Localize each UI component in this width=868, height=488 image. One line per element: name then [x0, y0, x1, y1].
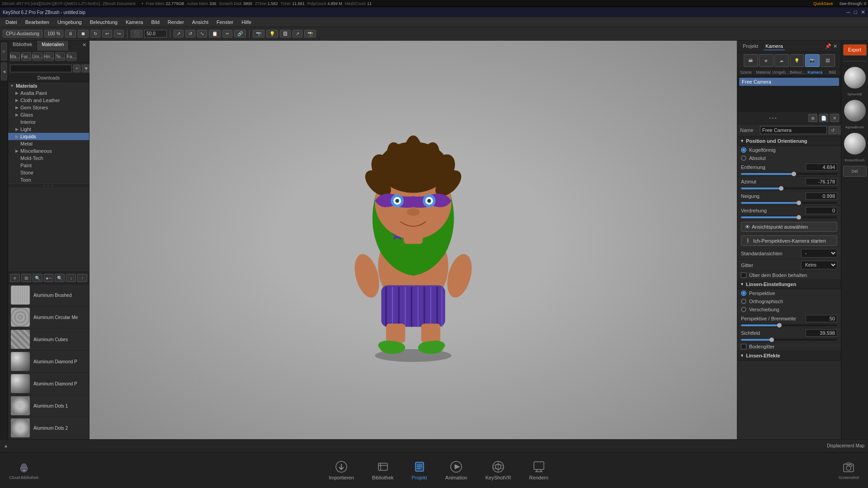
- screenshot-section[interactable]: Screenshot: [838, 461, 859, 480]
- slider-verdrehung[interactable]: [737, 216, 841, 220]
- section-position[interactable]: ▼ Position und Orientierung: [737, 136, 841, 146]
- tree-item-paint[interactable]: ▶ Paint: [8, 162, 89, 169]
- radio-absolut-circle[interactable]: [741, 155, 746, 161]
- camera-entry-0[interactable]: Free Camera: [739, 78, 839, 86]
- radio-kugelformig[interactable]: Kugelförmig: [737, 146, 841, 154]
- cam-name-reset-btn[interactable]: ↺: [829, 126, 837, 134]
- menu-beleuchtung[interactable]: Beleuchtung: [86, 19, 121, 26]
- camera-duplicate-btn[interactable]: 📄: [819, 114, 828, 122]
- thumb-size-slider[interactable]: ●─: [44, 274, 54, 282]
- panel-icon-um[interactable]: Um...: [33, 52, 42, 61]
- panel-icon-far[interactable]: Far...: [21, 52, 31, 61]
- screenshot-btn[interactable]: 📸: [304, 30, 316, 38]
- tree-item-light[interactable]: ▶ Light: [8, 126, 89, 133]
- radio-verschiebung-circle[interactable]: [741, 307, 746, 312]
- material-item-0[interactable]: Aluminum Brushed: [8, 284, 89, 306]
- pause-btn[interactable]: ⏸: [65, 30, 76, 38]
- thumb-grid-view[interactable]: ⊞: [21, 274, 31, 282]
- ansichtspunkt-btn[interactable]: 👁 Ansichtspunkt auswählen: [741, 222, 837, 232]
- camera-add-btn[interactable]: ⊕: [808, 114, 817, 122]
- panel-icon-hin[interactable]: Hin...: [44, 52, 54, 61]
- menu-ansicht[interactable]: Ansicht: [189, 19, 212, 26]
- tab-kamera[interactable]: Kamera: [764, 42, 785, 50]
- menu-render[interactable]: Render: [164, 19, 188, 26]
- tree-item-gem[interactable]: ▶ Gem Stones: [8, 104, 89, 111]
- section-effekte[interactable]: ▼ Linsen-Effekte: [737, 351, 841, 361]
- cam-btn[interactable]: 📷: [253, 30, 264, 38]
- alpha-brush-sphere[interactable]: [844, 100, 866, 122]
- rotate-btn[interactable]: ↺: [185, 30, 195, 38]
- thumb-import[interactable]: ↓: [66, 274, 76, 282]
- zoom-input[interactable]: [144, 30, 167, 38]
- menu-datei[interactable]: Datei: [2, 19, 21, 26]
- cam-tab-material[interactable]: ◈: [759, 54, 774, 67]
- export-btn-edge[interactable]: Export: [843, 44, 867, 56]
- export-btn[interactable]: ↗: [292, 30, 302, 38]
- link-btn[interactable]: 🔗: [234, 30, 246, 38]
- del-btn[interactable]: Del: [843, 166, 867, 177]
- param-neigung-input[interactable]: [806, 192, 837, 200]
- panel-icon-te[interactable]: Te...: [55, 52, 65, 61]
- cloud-library-btn[interactable]: ☁ Cloud-Bibliothek: [9, 461, 39, 480]
- cam-tab-umgeb[interactable]: ☁: [774, 54, 789, 67]
- slider-neigung[interactable]: [737, 202, 841, 206]
- section-linsen[interactable]: ▼ Linsen-Einstellungen: [737, 280, 841, 289]
- eraser-sphere[interactable]: [844, 133, 866, 155]
- viewport[interactable]: [90, 41, 737, 439]
- render-btn[interactable]: 🖼: [280, 30, 291, 38]
- slider-brennweite[interactable]: [737, 324, 841, 328]
- tree-item-cloth[interactable]: ▶ Cloth and Leather: [8, 97, 89, 104]
- camera-delete-btn[interactable]: ✕: [830, 114, 839, 122]
- radio-perspektive[interactable]: Perspektive: [737, 289, 841, 297]
- menu-kamera[interactable]: Kamera: [122, 19, 147, 26]
- gitter-select[interactable]: Keins: [801, 261, 837, 269]
- material-item-5[interactable]: Aluminum Dots 1: [8, 395, 89, 417]
- nav-rendern[interactable]: Rendern: [529, 460, 548, 480]
- thumb-list-view[interactable]: ≡: [10, 274, 20, 282]
- tree-item-metal[interactable]: ▶ Metal: [8, 140, 89, 147]
- bodengitter-checkbox[interactable]: [741, 344, 746, 349]
- refresh-btn[interactable]: ↻: [90, 30, 100, 38]
- cam-name-confirm-btn[interactable]: ✓: [838, 126, 841, 134]
- nav-keyshotvr[interactable]: KeyShotVR: [486, 460, 511, 480]
- thumb-search[interactable]: 🔍: [33, 274, 42, 282]
- tree-item-axalta[interactable]: ▶ Axalta Paint: [8, 89, 89, 97]
- right-panel-close[interactable]: ✕: [833, 43, 837, 49]
- undo-btn[interactable]: ↩: [102, 30, 112, 38]
- import-btn[interactable]: 📋: [209, 30, 221, 38]
- param-verdrehung-input[interactable]: [806, 207, 837, 214]
- standardansichten-select[interactable]: -: [801, 249, 837, 258]
- tree-item-moldtech[interactable]: ▶ Mold-Tech: [8, 155, 89, 162]
- cam-tab-szene[interactable]: 🏔: [744, 54, 758, 67]
- menu-bearbeiten[interactable]: Bearbeiten: [22, 19, 53, 26]
- tab-bibliothek[interactable]: Bibliothek: [8, 41, 37, 51]
- panel-icon-fa[interactable]: Fa...: [66, 52, 76, 61]
- thumb-zoom[interactable]: 🔍: [55, 274, 65, 282]
- redo-btn[interactable]: ↪: [114, 30, 124, 38]
- material-item-6[interactable]: Aluminum Dots 2: [8, 417, 89, 439]
- grid-btn[interactable]: ⬛: [131, 30, 142, 38]
- param-sichtfeld-input[interactable]: [806, 329, 837, 337]
- cam-tab-kamera[interactable]: 📷: [805, 54, 820, 67]
- menu-fenster[interactable]: Fenster: [213, 19, 237, 26]
- tree-item-misc[interactable]: ▶ Miscellaneous: [8, 147, 89, 155]
- radio-verschiebung[interactable]: Verschiebung: [737, 305, 841, 314]
- param-azimut-input[interactable]: [806, 178, 837, 185]
- menu-hilfe[interactable]: Hilfe: [238, 19, 255, 26]
- maximize-btn[interactable]: □: [854, 9, 857, 15]
- param-entfernung-input[interactable]: [806, 164, 837, 171]
- thumb-export[interactable]: ↑: [77, 274, 87, 282]
- material-item-1[interactable]: Aluminum Circular Me: [8, 306, 89, 328]
- tab-materialien[interactable]: Materialien: [37, 41, 69, 51]
- tree-item-interior[interactable]: ▶ Interior: [8, 118, 89, 126]
- radio-absolut[interactable]: Absolut: [737, 154, 841, 162]
- boden-checkbox[interactable]: [741, 272, 746, 278]
- move-btn[interactable]: ↗: [174, 30, 184, 38]
- search-input[interactable]: [10, 65, 72, 72]
- panel-close-btn[interactable]: ✕: [80, 41, 89, 51]
- left-edge-btn-1[interactable]: R: [1, 42, 7, 61]
- nav-animation[interactable]: Animation: [445, 460, 467, 480]
- scale-btn[interactable]: ⤡: [197, 30, 207, 38]
- cam-tab-beleuc[interactable]: 💡: [790, 54, 804, 67]
- panel-icon-list[interactable]: Ma...: [10, 52, 20, 61]
